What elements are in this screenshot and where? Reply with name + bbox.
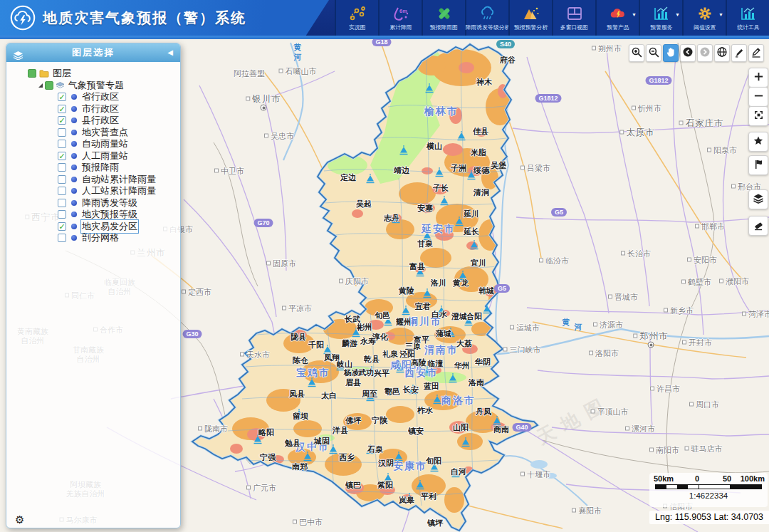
toolbar-button-label: 实况图 [349,24,365,31]
full-extent-button[interactable] [748,106,768,126]
layer-item-剖分网格[interactable]: 剖分网格 [6,232,180,244]
layer-dot-icon [71,153,77,159]
layer-item-省行政区[interactable]: ✓省行政区 [6,91,180,103]
zoom-in-icon [631,46,643,61]
layer-checkbox[interactable]: ✓ [58,222,66,231]
group-checkbox[interactable] [45,81,53,90]
toolbar-button-1[interactable]: 实况图 [335,0,378,36]
layer-item-label: 降雨诱发等级 [82,197,137,209]
layer-checkbox[interactable] [58,210,66,219]
layer-item-label: 市行政区 [82,103,119,115]
plus-button[interactable] [748,68,768,88]
layer-item-label: 自动站累计降雨量 [82,174,156,186]
layer-item-人工雨量站[interactable]: ✓人工雨量站 [6,150,180,162]
scale-label: 100km [741,474,765,483]
flag-button[interactable] [748,155,768,175]
zoom-in-button[interactable] [629,44,644,62]
multi-window-icon [565,4,584,23]
app-title: 地质灾害气象预报（警）系统 [43,9,246,28]
layer-item-label: 剖分网格 [82,232,119,244]
header-toolbar: 实况图6m累计降雨预报降雨图降雨诱发等级分析预报预警分析多窗口视图预警产品▼预警… [335,0,769,36]
layer-item-人工站累计降雨量[interactable]: 人工站累计降雨量 [6,185,180,197]
scale-labels: 50km050100km [649,473,768,484]
layer-checkbox[interactable] [58,163,66,172]
toolbar-button-label: 降雨诱发等级分析 [465,24,510,31]
layer-dot-icon [71,224,77,229]
pan-icon [665,46,676,60]
layer-item-地灾预报等级[interactable]: 地灾预报等级 [6,209,180,221]
full-extent-icon [753,110,764,122]
layer-item-自动站累计降雨量[interactable]: 自动站累计降雨量 [6,174,180,186]
forward-button[interactable] [697,44,713,62]
panel-collapse-icon[interactable]: ◀ [167,43,174,62]
layer-item-label: 人工站累计降雨量 [82,185,156,197]
layer-item-label: 预报降雨 [82,162,119,174]
layer-checkbox[interactable] [58,199,66,207]
toolbar-button-8[interactable]: 预警服务▼ [639,0,682,36]
globe-button[interactable] [714,44,730,62]
toolbar-button-9[interactable]: 阈值设置▼ [682,0,726,36]
eraser-button[interactable] [748,216,768,236]
bookmark-star-button[interactable] [748,132,768,152]
layer-item-label: 地灾普查点 [82,127,128,139]
toolbar-button-label: 统计工具 [737,24,759,31]
gear-icon [696,4,714,23]
layer-item-地灾易发分区[interactable]: ✓地灾易发分区 [6,221,180,233]
layer-dot-icon [71,141,77,147]
layer-item-自动雨量站[interactable]: 自动雨量站 [6,138,180,150]
toolbar-button-label: 预报预警分析 [514,24,548,31]
toolbar-button-label: 预报降雨图 [430,24,458,31]
layer-checkbox[interactable]: ✓ [58,152,66,160]
draw-button[interactable] [748,44,764,62]
toolbar-button-label: 累计降雨 [389,24,412,31]
toolbar-button-2[interactable]: 6m累计降雨 [378,0,422,36]
toolbar-button-7[interactable]: 预警产品▼ [595,0,639,36]
back-button[interactable] [680,44,696,62]
tree-node-root[interactable]: 图层 [6,68,180,80]
layer-checkbox[interactable]: ✓ [58,105,66,113]
layer-item-地灾普查点[interactable]: 地灾普查点 [6,127,180,139]
toolbar-button-label: 预警服务 [650,24,672,31]
layer-checkbox[interactable] [58,187,66,195]
layer-panel-header[interactable]: 图层选择 ◀ [6,43,180,62]
zoom-out-button[interactable] [646,44,661,62]
panel-settings-gear-icon[interactable]: ⚙ [15,513,24,526]
layer-dot-icon [71,177,77,182]
layer-checkbox[interactable] [58,175,66,184]
toolbar-button-10[interactable]: 统计工具 [726,0,769,36]
layer-dot-icon [71,235,77,241]
layer-checkbox[interactable] [58,128,66,137]
toolbar-button-4[interactable]: 降雨诱发等级分析 [465,0,508,36]
layers-button[interactable] [748,189,768,209]
plus-icon [753,71,764,84]
scale-label: 50km [654,474,674,483]
layer-item-降雨诱发等级[interactable]: 降雨诱发等级 [6,197,180,209]
capital-dot-marker [648,342,654,348]
root-checkbox[interactable] [28,69,36,78]
layer-checkbox[interactable] [58,140,66,148]
layer-checkbox[interactable] [58,234,66,242]
swipe-button[interactable] [731,44,747,62]
layer-dot-icon [71,188,77,194]
tree-group-label: 气象预警专题 [68,80,124,92]
toolbar-button-3[interactable]: 预报降雨图 [422,0,465,36]
toolbar-button-label: 阈值设置 [694,24,716,31]
chevron-down-icon: ▼ [675,12,680,17]
toolbar-button-6[interactable]: 多窗口视图 [552,0,595,36]
raindrop-icon: 6m [392,4,410,23]
pan-button[interactable] [663,44,679,62]
layer-item-label: 人工雨量站 [82,150,128,162]
layer-item-县行政区[interactable]: ✓县行政区 [6,115,180,127]
layer-checkbox[interactable]: ✓ [58,93,66,101]
layer-panel-title: 图层选择 [72,47,115,58]
tree-node-group[interactable]: 气象预警专题 [6,80,180,92]
toolbar-button-label: 多窗口视图 [560,24,588,31]
layer-item-市行政区[interactable]: ✓市行政区 [6,103,180,115]
layer-checkbox[interactable]: ✓ [58,116,66,125]
layer-tree: 图层气象预警专题✓省行政区✓市行政区✓县行政区地灾普查点自动雨量站✓人工雨量站预… [6,62,180,244]
toolbar-button-5[interactable]: 预报预警分析 [508,0,552,36]
minus-button[interactable] [748,87,768,107]
draw-icon [750,46,762,60]
layer-item-预报降雨[interactable]: 预报降雨 [6,162,180,174]
layer-item-label: 省行政区 [82,91,119,103]
